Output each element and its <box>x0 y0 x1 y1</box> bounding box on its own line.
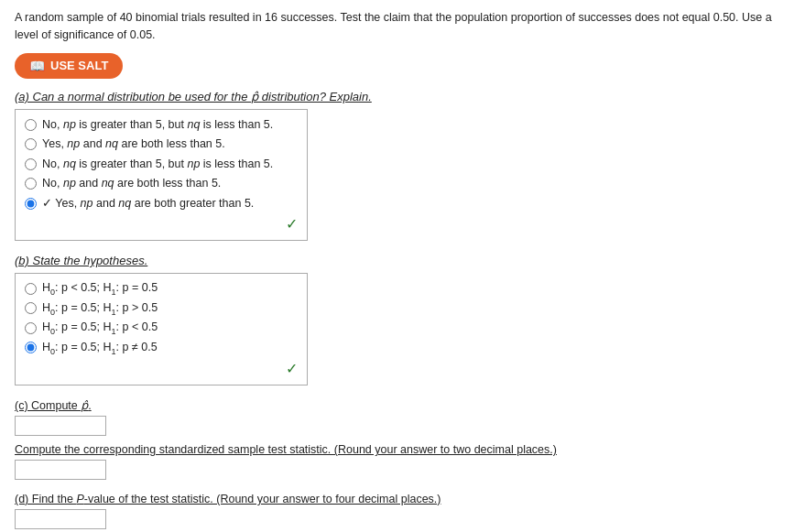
section-a-checkmark: ✓ <box>25 215 298 233</box>
section-b-label: (b) State the hypotheses. <box>15 254 790 267</box>
use-salt-button[interactable]: 📖 USE SALT <box>15 53 123 79</box>
section-d: (d) Find the P-value of the test statist… <box>15 493 790 529</box>
section-d-label: (d) Find the P-value of the test statist… <box>15 493 790 505</box>
pvalue-input[interactable] <box>15 509 106 529</box>
section-a-option-4[interactable]: ✓ Yes, np and nq are both greater than 5… <box>25 196 298 212</box>
section-b-option-3[interactable]: H0: p = 0.5; H1: p ≠ 0.5 <box>25 341 298 356</box>
section-c: (c) Compute p̂. Compute the correspondin… <box>15 398 790 480</box>
section-c-standardized-label: Compute the corresponding standardized s… <box>15 443 790 456</box>
section-b-option-2[interactable]: H0: p = 0.5; H1: p < 0.5 <box>25 320 298 336</box>
section-a: (a) Can a normal distribution be used fo… <box>15 90 790 242</box>
section-b-options-box: H0: p < 0.5; H1: p = 0.5 H0: p = 0.5; H1… <box>15 273 308 385</box>
section-c-compute-label: (c) Compute p̂. <box>15 398 790 412</box>
problem-statement: A random sample of 40 binomial trials re… <box>15 9 790 44</box>
section-b-option-0[interactable]: H0: p < 0.5; H1: p = 0.5 <box>25 281 298 297</box>
book-icon: 📖 <box>29 59 45 73</box>
section-a-option-1[interactable]: Yes, np and nq are both less than 5. <box>25 136 298 153</box>
section-a-label: (a) Can a normal distribution be used fo… <box>15 90 790 103</box>
section-b: (b) State the hypotheses. H0: p < 0.5; H… <box>15 254 790 385</box>
section-a-option-2[interactable]: No, nq is greater than 5, but np is less… <box>25 157 298 173</box>
section-b-checkmark: ✓ <box>25 360 298 377</box>
section-a-option-3[interactable]: No, np and nq are both less than 5. <box>25 176 298 192</box>
section-a-options-box: No, np is greater than 5, but nq is less… <box>15 109 308 242</box>
test-statistic-input[interactable] <box>15 460 106 480</box>
phat-input[interactable] <box>15 416 106 436</box>
section-b-option-1[interactable]: H0: p = 0.5; H1: p > 0.5 <box>25 301 298 317</box>
section-a-option-0[interactable]: No, np is greater than 5, but nq is less… <box>25 117 298 134</box>
